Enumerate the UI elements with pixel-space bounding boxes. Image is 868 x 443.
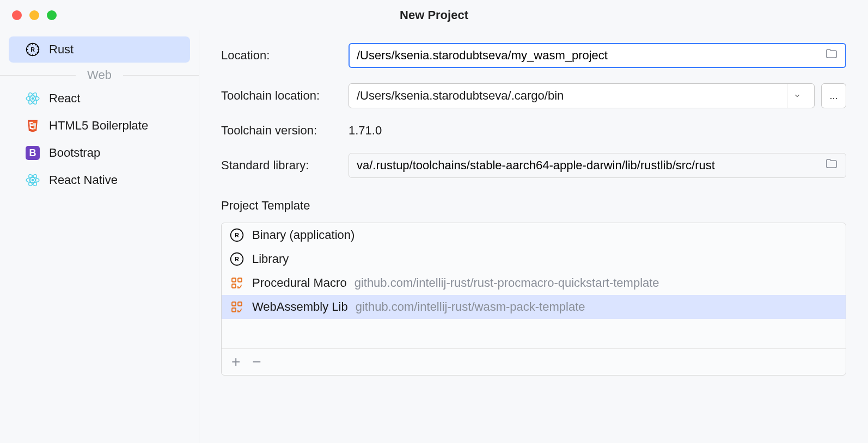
- react-icon: [25, 173, 40, 188]
- template-item-sublabel: github.com/intellij-rust/rust-procmacro-…: [354, 276, 659, 290]
- toolchain-location-value: /Users/ksenia.starodubtseva/.cargo/bin: [357, 89, 787, 103]
- template-macro-icon: [229, 275, 244, 291]
- sidebar-item-label: HTML5 Boilerplate: [49, 119, 148, 133]
- sidebar: R Rust Web React HTML5 Boilerplate B Boo…: [0, 30, 199, 443]
- titlebar: New Project: [0, 0, 868, 30]
- svg-text:R: R: [235, 256, 239, 262]
- bootstrap-icon: B: [25, 145, 40, 161]
- location-input-wrapper[interactable]: [349, 43, 846, 68]
- toolchain-browse-button[interactable]: ...: [821, 83, 846, 108]
- project-template-heading: Project Template: [221, 199, 846, 213]
- template-item-label: Procedural Macro: [252, 276, 347, 290]
- stdlib-input[interactable]: [357, 158, 825, 173]
- window-title: New Project: [400, 8, 468, 22]
- sidebar-item-react[interactable]: React: [9, 85, 190, 112]
- template-box: R Binary (application) R Library Procedu…: [221, 223, 846, 376]
- sidebar-item-rust[interactable]: R Rust: [9, 36, 190, 63]
- svg-line-9: [27, 52, 28, 52]
- svg-rect-27: [238, 278, 242, 282]
- sidebar-item-label: Rust: [49, 42, 74, 57]
- location-label: Location:: [221, 48, 349, 63]
- location-row: Location:: [221, 43, 846, 68]
- stdlib-input-wrapper[interactable]: [349, 153, 846, 178]
- template-list: R Binary (application) R Library Procedu…: [222, 223, 846, 348]
- sidebar-item-label: React: [49, 91, 80, 106]
- rust-icon: R: [229, 251, 244, 267]
- html5-icon: [25, 118, 40, 133]
- svg-text:R: R: [30, 46, 35, 53]
- toolchain-location-combo[interactable]: /Users/ksenia.starodubtseva/.cargo/bin: [349, 83, 815, 108]
- folder-icon[interactable]: [825, 47, 838, 64]
- svg-line-12: [29, 44, 30, 45]
- folder-icon[interactable]: [825, 157, 838, 174]
- sidebar-item-label: Bootstrap: [49, 146, 100, 160]
- svg-rect-30: [238, 302, 242, 306]
- sidebar-section-web: Web: [0, 68, 199, 82]
- template-item-wasm[interactable]: WebAssembly Lib github.com/intellij-rust…: [222, 295, 846, 319]
- close-window-button[interactable]: [12, 10, 22, 20]
- svg-rect-29: [232, 302, 236, 306]
- template-footer: + −: [222, 348, 846, 375]
- window-controls: [12, 10, 57, 20]
- svg-rect-28: [232, 284, 236, 288]
- remove-template-button[interactable]: −: [252, 354, 261, 370]
- svg-line-11: [27, 46, 28, 47]
- svg-point-18: [32, 179, 34, 182]
- sidebar-item-bootstrap[interactable]: B Bootstrap: [9, 140, 190, 166]
- template-item-library[interactable]: R Library: [222, 247, 846, 271]
- svg-rect-31: [232, 308, 236, 312]
- svg-line-6: [35, 54, 35, 55]
- svg-line-2: [35, 44, 35, 45]
- template-item-binary[interactable]: R Binary (application): [222, 223, 846, 247]
- react-icon: [25, 91, 40, 106]
- toolchain-version-value: 1.71.0: [349, 124, 382, 138]
- toolchain-location-label: Toolchain location:: [221, 89, 349, 103]
- template-item-label: Library: [252, 252, 289, 266]
- toolchain-location-row: Toolchain location: /Users/ksenia.starod…: [221, 83, 846, 108]
- svg-line-5: [37, 52, 38, 52]
- sidebar-item-label: React Native: [49, 173, 118, 187]
- rust-icon: R: [229, 227, 244, 243]
- toolchain-version-row: Toolchain version: 1.71.0: [221, 124, 846, 138]
- template-item-label: WebAssembly Lib: [252, 300, 348, 314]
- sidebar-item-html5[interactable]: HTML5 Boilerplate: [9, 113, 190, 139]
- template-item-procmacro[interactable]: Procedural Macro github.com/intellij-rus…: [222, 271, 846, 295]
- rust-icon: R: [25, 42, 40, 57]
- svg-line-3: [37, 46, 38, 47]
- svg-text:R: R: [235, 232, 239, 238]
- svg-rect-26: [232, 278, 236, 282]
- location-input[interactable]: [357, 48, 825, 63]
- template-item-label: Binary (application): [252, 228, 354, 242]
- maximize-window-button[interactable]: [47, 10, 57, 20]
- add-template-button[interactable]: +: [231, 354, 240, 370]
- svg-line-8: [29, 54, 30, 55]
- stdlib-row: Standard library:: [221, 153, 846, 178]
- svg-point-14: [32, 97, 34, 100]
- toolchain-version-label: Toolchain version:: [221, 124, 349, 138]
- stdlib-label: Standard library:: [221, 158, 349, 173]
- main-panel: Location: Toolchain location: /Users/kse…: [199, 30, 868, 443]
- minimize-window-button[interactable]: [29, 10, 39, 20]
- content: R Rust Web React HTML5 Boilerplate B Boo…: [0, 30, 868, 443]
- chevron-down-icon[interactable]: [787, 84, 806, 108]
- sidebar-item-react-native[interactable]: React Native: [9, 167, 190, 193]
- ellipsis-icon: ...: [829, 90, 838, 102]
- template-macro-icon: [229, 299, 244, 315]
- template-item-sublabel: github.com/intellij-rust/wasm-pack-templ…: [356, 300, 585, 314]
